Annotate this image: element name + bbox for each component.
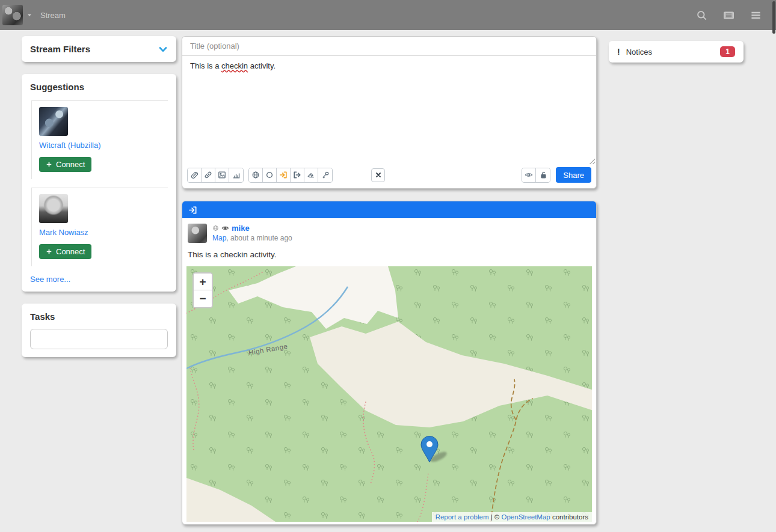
attach-file-button[interactable] <box>188 168 202 182</box>
post-header-bar <box>182 201 596 218</box>
openstreetmap-link[interactable]: OpenStreetMap <box>502 513 550 521</box>
attribution-text: contributors <box>550 513 588 521</box>
map-tiles: High Range <box>186 266 592 522</box>
insert-image-button[interactable] <box>215 168 229 182</box>
search-icon <box>696 10 707 21</box>
sign-in-icon <box>279 171 288 179</box>
connect-button[interactable]: Connect <box>39 244 91 259</box>
circle-icon <box>265 171 274 179</box>
editor-toolbar: Share <box>182 165 596 188</box>
map-zoom-out-button[interactable]: − <box>194 290 212 307</box>
hamburger-icon <box>750 10 762 21</box>
see-more-link[interactable]: See more... <box>30 275 70 284</box>
location-button[interactable] <box>249 168 263 182</box>
insert-poll-button[interactable] <box>229 168 243 182</box>
map-zoom-control: + − <box>192 272 213 308</box>
encrypt-button[interactable] <box>318 168 332 182</box>
map-attribution: Report a problem | © OpenStreetMap contr… <box>432 512 592 522</box>
author-name-link[interactable]: mike <box>232 224 250 233</box>
close-icon <box>375 171 382 179</box>
right-sidebar: ! Notices 1 <box>609 36 744 75</box>
suggestions-title: Suggestions <box>30 82 168 92</box>
post-meta: mike Map, about a minute ago <box>182 218 596 243</box>
page-scrollbar-thumb[interactable] <box>772 1 775 34</box>
suggestion-item: Mark Nowiasz Connect <box>31 188 168 266</box>
key-icon <box>321 171 330 179</box>
checkin-button[interactable] <box>277 168 291 182</box>
tasks-title: Tasks <box>30 311 168 322</box>
body-text: This is a <box>190 61 221 70</box>
stream-filters-title: Stream Filters <box>30 44 90 54</box>
main-content: This is a checkin activity. <box>182 36 597 532</box>
paperclip-icon <box>190 171 199 179</box>
tasks-widget: Tasks <box>22 304 176 357</box>
chevron-down-icon <box>158 44 168 54</box>
insert-link-button[interactable] <box>202 168 215 182</box>
eye-icon <box>525 171 533 179</box>
menu-button[interactable] <box>750 10 762 21</box>
link-icon <box>204 171 212 179</box>
activity-button-group <box>248 168 333 183</box>
caret-down-icon <box>26 11 33 19</box>
map-zoom-in-button[interactable]: + <box>194 274 212 290</box>
suggestion-name-link[interactable]: Mark Nowiasz <box>39 228 88 237</box>
report-problem-link[interactable]: Report a problem <box>436 513 489 521</box>
globe-icon <box>251 171 260 179</box>
suggestion-avatar[interactable] <box>39 194 68 223</box>
author-avatar[interactable] <box>188 224 207 243</box>
post-title-input[interactable] <box>182 37 596 56</box>
connect-button[interactable]: Connect <box>39 157 91 172</box>
post-body-textarea[interactable]: This is a checkin activity. <box>182 56 596 165</box>
connect-label: Connect <box>56 160 85 169</box>
connect-label: Connect <box>56 247 85 256</box>
view-mode-button[interactable] <box>723 10 734 21</box>
notices-badge: 1 <box>720 46 735 57</box>
left-sidebar: Stream Filters Suggestions Witcraft (Hub… <box>22 36 176 369</box>
circle-button[interactable] <box>263 168 277 182</box>
plus-icon <box>46 248 52 255</box>
clear-location-button[interactable] <box>304 168 318 182</box>
permission-button-group <box>522 168 550 183</box>
search-button[interactable] <box>696 10 707 21</box>
share-button[interactable]: Share <box>556 167 591 183</box>
checkin-post: mike Map, about a minute ago This is a c… <box>182 201 597 525</box>
body-text: activity. <box>248 61 276 70</box>
suggestion-avatar[interactable] <box>39 107 68 136</box>
checkout-button[interactable] <box>291 168 304 182</box>
current-app-label[interactable]: Stream <box>40 11 66 20</box>
newspaper-icon <box>723 10 734 21</box>
preview-button[interactable] <box>522 168 536 182</box>
plus-icon <box>46 161 52 168</box>
checkin-map[interactable]: High Range + − Report a problem | © Open… <box>186 266 592 522</box>
image-icon <box>218 171 226 179</box>
eye-icon[interactable] <box>221 224 229 232</box>
suggestions-widget: Suggestions Witcraft (Hubzilla) Connect … <box>22 74 176 292</box>
bar-chart-icon <box>232 171 241 179</box>
location-link[interactable]: Map <box>212 234 226 242</box>
stream-filters-toggle[interactable] <box>158 44 168 54</box>
stream-filters-widget: Stream Filters <box>22 36 176 62</box>
textarea-resize-handle[interactable] <box>588 157 595 164</box>
post-timestamp: , about a minute ago <box>226 234 292 242</box>
channel-avatar[interactable] <box>2 5 23 25</box>
sign-out-icon <box>293 171 301 179</box>
marker-hole <box>426 441 433 447</box>
notices-widget[interactable]: ! Notices 1 <box>609 41 744 63</box>
exclamation-icon: ! <box>617 47 620 57</box>
eraser-icon <box>307 171 315 179</box>
permissions-button[interactable] <box>536 168 550 182</box>
globe-icon <box>212 225 219 231</box>
cancel-button[interactable] <box>371 168 385 182</box>
top-navbar: Stream <box>0 0 776 30</box>
misspelled-word: checkin <box>221 61 248 70</box>
suggestion-name-link[interactable]: Witcraft (Hubzilla) <box>39 141 101 150</box>
channel-menu-caret[interactable] <box>26 11 33 19</box>
notices-title: Notices <box>626 47 652 57</box>
sign-in-icon <box>188 206 197 215</box>
attribution-text: | © <box>488 513 501 521</box>
task-input[interactable] <box>30 329 168 349</box>
unlock-icon <box>539 171 547 179</box>
post-editor: This is a checkin activity. <box>182 36 597 189</box>
suggestion-item: Witcraft (Hubzilla) Connect <box>31 100 168 179</box>
post-body-text: This is a checkin activity. <box>182 243 596 259</box>
